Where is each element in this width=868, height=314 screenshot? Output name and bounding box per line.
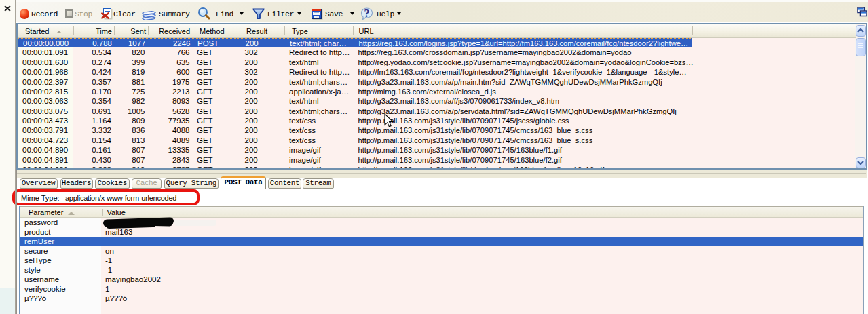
svg-text:?: ? bbox=[364, 7, 369, 19]
